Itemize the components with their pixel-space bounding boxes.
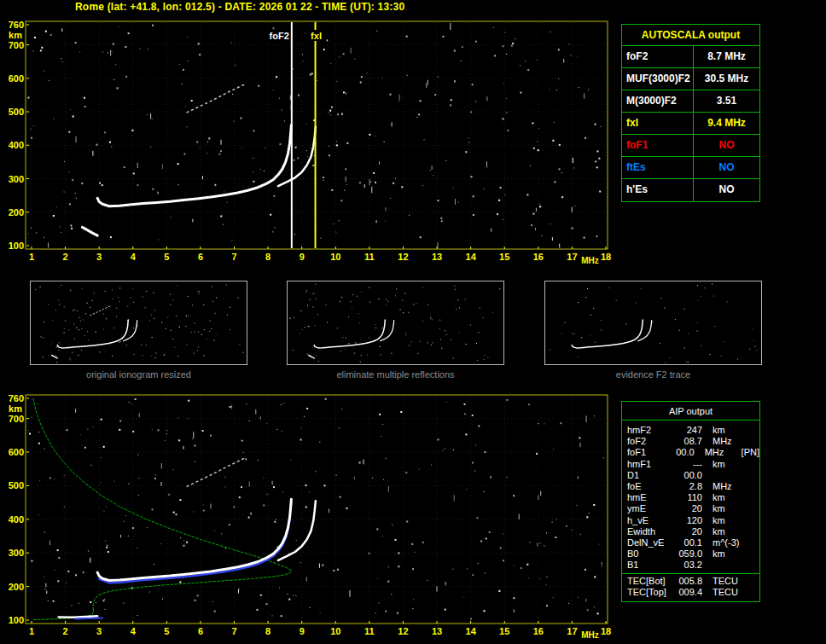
svg-text:600: 600 [9,447,24,457]
aip-row-hve: h_vE120km [622,515,759,526]
aip-row-unit: TECU [713,576,753,587]
svg-text:10: 10 [330,626,340,636]
aip-row-label: foE [627,481,673,492]
aip-row-unit: km [713,503,753,514]
autoscala-row-label: foF2 [622,46,694,67]
autoscala-output-title: AUTOSCALA output [622,25,759,46]
svg-text:16: 16 [533,626,544,636]
aip-row-ewidth: Ewidth20km [622,526,759,537]
svg-text:12: 12 [398,252,408,262]
aip-row-value: 20 [673,503,702,514]
svg-text:7: 7 [231,626,236,636]
svg-text:16: 16 [533,252,544,262]
autoscala-row-label: MUF(3000)F2 [622,68,694,90]
svg-text:17: 17 [567,626,577,636]
thumbnail-original-ionogram [30,281,247,365]
aip-row-value: 059.0 [673,548,702,560]
autoscala-row-label: M(3000)F2 [622,90,694,112]
aip-row-tectop: TEC[Top]009.4TECU [622,587,759,598]
aip-row-label: TEC[Bot] [627,576,673,587]
aip-row-fof1: foF100.0MHz[PN] [622,447,759,458]
aip-row-value: 110 [673,492,702,503]
aip-row-label: h_vE [627,515,673,526]
aip-output-table: AIP output hmF2247kmfoF208.7MHzfoF100.0M… [621,401,760,602]
autoscala-row-ftes: ftEsNO [622,157,759,179]
svg-text:MHz: MHz [581,256,599,265]
autoscala-row-muf3000f2: MUF(3000)F230.5 MHz [622,68,759,90]
thumbnail-caption: eliminate multiple reflections [287,369,504,380]
aip-row-label: DelN_vE [627,537,673,548]
svg-text:760: 760 [9,20,24,30]
aip-row-label: foF2 [627,436,673,447]
aip-row-b0: B0059.0km [622,548,759,560]
aip-row-label: B1 [627,560,673,571]
aip-row-unit: TECU [713,587,753,598]
svg-text:km: km [9,403,22,414]
svg-text:200: 200 [9,582,24,592]
autoscala-output-table: AUTOSCALA output foF28.7 MHzMUF(3000)F23… [621,24,760,202]
svg-text:17: 17 [567,252,577,262]
aip-row-unit: km [713,425,753,436]
svg-text:9: 9 [300,252,305,262]
svg-text:400: 400 [9,140,24,150]
aip-row-unit: MHz [713,481,753,492]
svg-text:15: 15 [499,252,509,262]
aip-row-value: 03.2 [673,560,702,571]
svg-text:18: 18 [601,626,611,636]
svg-text:600: 600 [9,73,24,84]
svg-text:6: 6 [198,252,203,262]
autoscala-row-value: NO [694,135,759,156]
aip-row-value: 08.7 [673,436,702,447]
aip-row-value: --- [673,459,702,470]
svg-text:9: 9 [300,626,305,636]
svg-text:100: 100 [9,241,24,251]
aip-row-unit: km [713,492,753,503]
autoscala-row-label: foF1 [622,135,694,156]
svg-text:15: 15 [499,626,509,636]
aip-row-value: 009.4 [673,587,702,598]
svg-text:300: 300 [9,174,24,184]
autoscala-row-fof1: foF1NO [622,135,759,157]
aip-row-value: 247 [673,425,702,436]
svg-text:13: 13 [432,626,442,636]
aip-row-value: 00.0 [668,447,694,458]
aip-output-rows: hmF2247kmfoF208.7MHzfoF100.0MHz[PN]hmF1-… [622,425,759,599]
autoscala-row-label: h'Es [622,179,694,201]
aip-row-label: D1 [627,470,673,481]
aip-row-label: B0 [627,548,673,560]
svg-text:500: 500 [9,480,24,490]
aip-row-value: 00.0 [673,470,702,481]
aip-row-b1: B103.2 [622,560,759,571]
thumbnail-caption: evidence F2 trace [544,369,762,380]
svg-text:km: km [9,30,22,40]
autoscala-window: Rome (lat: +41.8, lon: 012.5) - DATE: 20… [0,0,826,644]
ionogram-chart: foF2fxI123456789101112131415161718MHz100… [0,17,618,281]
profile-chart: 123456789101112131415161718MHz1002003004… [0,391,618,644]
svg-text:4: 4 [131,252,137,262]
svg-text:14: 14 [466,252,477,262]
autoscala-row-label: ftEs [622,157,694,178]
aip-row-tecbot: TEC[Bot]005.8TECU [622,573,759,587]
svg-text:2: 2 [63,626,68,636]
autoscala-row-value: 8.7 MHz [694,46,759,67]
svg-text:12: 12 [398,626,408,636]
svg-text:10: 10 [330,252,340,262]
autoscala-row-hes: h'EsNO [622,179,759,201]
svg-text:760: 760 [9,393,24,403]
aip-row-unit: km [713,515,753,526]
svg-text:8: 8 [265,252,270,262]
aip-row-fof2: foF208.7MHz [622,436,759,447]
aip-row-value: 005.8 [673,576,702,587]
svg-text:7: 7 [231,252,236,262]
aip-row-unit: km [713,459,753,470]
aip-row-d1: D100.0 [622,470,759,481]
aip-row-hmf1: hmF1---km [622,459,759,470]
autoscala-row-fof2: foF28.7 MHz [622,46,759,68]
svg-text:500: 500 [9,107,24,117]
svg-text:3: 3 [96,252,102,262]
aip-row-hme: hmE110km [622,492,759,503]
svg-text:13: 13 [432,252,442,262]
svg-text:1: 1 [29,252,34,262]
autoscala-row-value: 9.4 MHz [694,113,759,134]
aip-row-unit [713,560,753,571]
